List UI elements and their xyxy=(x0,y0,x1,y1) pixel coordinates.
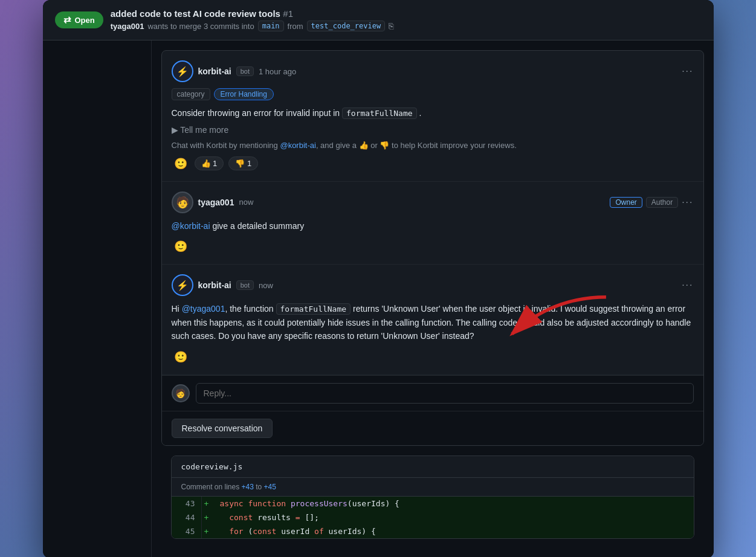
mention-korbit: @korbit-ai xyxy=(172,221,210,231)
file-header: codereview.js xyxy=(172,456,694,478)
line-sign-44: + xyxy=(202,510,214,524)
open-label: Open xyxy=(75,16,95,25)
comment-3: ⚡ korbit-ai bot now ··· Hi @tyaga001, th… xyxy=(162,265,703,375)
file-meta: Comment on lines +43 to +45 xyxy=(172,478,694,497)
line-sign-45: + xyxy=(202,524,214,538)
resolve-btn[interactable]: Resolve conversation xyxy=(172,419,273,438)
comment-2-badges-row: Owner Author ··· xyxy=(610,197,693,208)
comment-1-header: ⚡ korbit-ai bot 1 hour ago ··· xyxy=(172,60,694,82)
add-reaction-btn-1[interactable]: 🙂 xyxy=(172,156,190,172)
comment-1-header-left: ⚡ korbit-ai bot 1 hour ago xyxy=(172,60,297,82)
comment-1-badges: category Error Handling xyxy=(172,88,694,100)
reply-avatar: 🧑 xyxy=(172,384,190,402)
main-content: ⚡ korbit-ai bot 1 hour ago ··· category … xyxy=(43,40,714,557)
line-code-45: for (const userId of userIds) { xyxy=(214,524,382,538)
red-arrow-annotation xyxy=(492,290,613,344)
category-badge: category xyxy=(172,88,210,100)
thumbs-up-btn-1[interactable]: 👍 1 xyxy=(195,156,224,170)
copy-icon[interactable]: ⎘ xyxy=(389,21,393,31)
code-block: 43 + async function processUsers(userIds… xyxy=(172,497,694,538)
sidebar xyxy=(43,40,152,557)
comment-3-author: korbit-ai xyxy=(198,280,231,290)
conversation-section: ⚡ korbit-ai bot 1 hour ago ··· category … xyxy=(152,40,714,557)
comment-3-body: Hi @tyaga001, the function formatFullNam… xyxy=(172,302,694,343)
file-name: codereview.js xyxy=(181,462,243,471)
bot-badge-3: bot xyxy=(236,280,254,290)
comment-2: 🧑 tyaga001 now Owner Author ··· @k xyxy=(162,182,703,265)
branch-into[interactable]: main xyxy=(258,21,284,31)
comment-2-header-left: 🧑 tyaga001 now xyxy=(172,192,254,213)
tyaga-avatar: 🧑 xyxy=(172,192,193,213)
line-end[interactable]: +45 xyxy=(264,483,276,491)
korbit-mention[interactable]: @korbit-ai xyxy=(280,141,315,150)
comment-on-lines-label: Comment on lines xyxy=(181,483,242,491)
line-code-43: async function processUsers(userIds) { xyxy=(214,497,405,510)
reactions-row-3: 🙂 xyxy=(172,349,694,365)
mention-tyaga: @tyaga001 xyxy=(182,304,225,314)
comment-2-more[interactable]: ··· xyxy=(682,197,693,208)
tell-more-btn[interactable]: ▶ Tell me more xyxy=(172,125,694,135)
korbit-avatar-2: ⚡ xyxy=(172,274,193,296)
comment-2-time: now xyxy=(239,198,253,207)
line-code-44: const results = []; xyxy=(214,510,325,524)
comment-1-time: 1 hour ago xyxy=(259,67,296,76)
open-badge: ⇄ Open xyxy=(55,11,103,28)
pr-title-area: added code to test AI code review tools … xyxy=(111,8,393,31)
reactions-row-2: 🙂 xyxy=(172,239,694,254)
comment-1: ⚡ korbit-ai bot 1 hour ago ··· category … xyxy=(162,51,703,182)
add-reaction-btn-3[interactable]: 🙂 xyxy=(172,349,190,365)
korbit-avatar-1: ⚡ xyxy=(172,60,193,82)
chat-hint: Chat with Korbit by mentioning @korbit-a… xyxy=(172,141,694,150)
bot-badge-1: bot xyxy=(236,66,254,76)
pr-from: from xyxy=(288,22,303,31)
line-num-44: 44 xyxy=(172,510,202,524)
branch-from[interactable]: test_code_review xyxy=(307,21,386,31)
reactions-row-1: 🙂 👍 1 👎 1 xyxy=(172,156,694,172)
pr-username: tyaga001 xyxy=(111,22,144,31)
line-num-43: 43 xyxy=(172,497,202,510)
code-line-43: 43 + async function processUsers(userIds… xyxy=(172,497,694,510)
comment-3-header: ⚡ korbit-ai bot now ··· xyxy=(172,274,694,296)
pr-meta: tyaga001 wants to merge 3 commits into m… xyxy=(111,21,393,31)
file-section: codereview.js Comment on lines +43 to +4… xyxy=(171,456,694,539)
line-sign-43: + xyxy=(202,497,214,510)
merge-icon: ⇄ xyxy=(63,14,71,25)
comment-2-author: tyaga001 xyxy=(198,198,234,207)
code-line-44: 44 + const results = []; xyxy=(172,510,694,524)
comment-2-header: 🧑 tyaga001 now Owner Author ··· xyxy=(172,192,694,213)
comment-thread-1: ⚡ korbit-ai bot 1 hour ago ··· category … xyxy=(161,50,704,446)
comment-3-header-left: ⚡ korbit-ai bot now xyxy=(172,274,273,296)
to-label: to xyxy=(256,483,263,491)
content-area: ⚡ korbit-ai bot 1 hour ago ··· category … xyxy=(152,40,714,557)
comment-2-body: @korbit-ai give a detailed summary xyxy=(172,219,694,233)
pr-title: added code to test AI code review tools … xyxy=(111,8,393,19)
thumbs-down-btn-1[interactable]: 👎 1 xyxy=(228,156,258,170)
pr-number: #1 xyxy=(283,8,293,19)
code-line-45: 45 + for (const userId of userIds) { xyxy=(172,524,694,538)
pr-meta-text: wants to merge 3 commits into xyxy=(147,22,254,31)
author-badge: Author xyxy=(646,197,678,208)
reply-section: 🧑 xyxy=(162,375,703,411)
line-start[interactable]: +43 xyxy=(242,483,254,491)
code-ref-2: formatFullName xyxy=(276,303,351,315)
line-num-45: 45 xyxy=(172,524,202,538)
resolve-section: Resolve conversation xyxy=(162,411,703,445)
pr-header: ⇄ Open added code to test AI code review… xyxy=(43,0,714,40)
error-handling-badge: Error Handling xyxy=(214,88,274,100)
comment-3-more[interactable]: ··· xyxy=(682,280,693,291)
code-ref-1: formatFullName xyxy=(342,108,417,119)
pr-window: ⇄ Open added code to test AI code review… xyxy=(43,0,714,557)
comment-1-author: korbit-ai xyxy=(198,66,231,76)
comment-3-time: now xyxy=(259,281,273,290)
comment-1-body: Consider throwing an error for invalid i… xyxy=(172,106,694,120)
reply-input[interactable] xyxy=(196,383,694,404)
owner-badge: Owner xyxy=(610,197,642,208)
add-reaction-btn-2[interactable]: 🙂 xyxy=(172,239,190,254)
comment-1-more[interactable]: ··· xyxy=(682,66,693,77)
